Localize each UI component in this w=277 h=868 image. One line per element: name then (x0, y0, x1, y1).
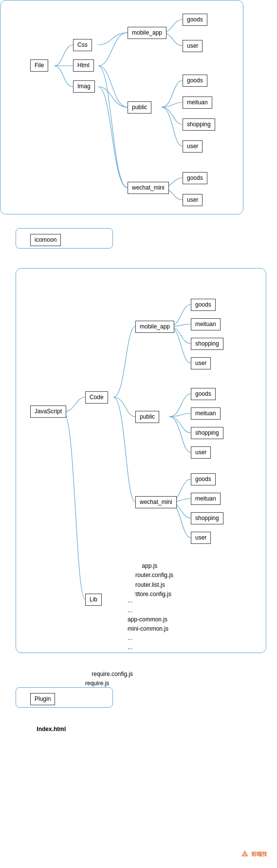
js-mobile-user-node: user (191, 357, 211, 369)
js-wechat-goods-node: goods (191, 473, 216, 485)
js-wechat-shopping-node: shopping (191, 512, 223, 524)
js-wechat-node: wechat_mini (135, 496, 177, 508)
file-public-meituan-node: meituan (183, 96, 212, 109)
file-public-goods-node: goods (183, 75, 207, 87)
js-wechat-user-node: user (191, 532, 211, 544)
file-wechat-user-node: user (183, 194, 203, 206)
file-mobile-app-node: mobile_app (128, 27, 166, 39)
watermark-text: 前端技 (251, 850, 267, 858)
js-mobile-meituan-node: meituan (191, 318, 221, 330)
js-mobile-goods-node: goods (191, 299, 216, 311)
html-node: Html (73, 59, 94, 72)
file-wechat-goods-node: goods (183, 172, 207, 184)
file-wechat-node: wechat_mini (128, 182, 169, 194)
lib-node: Lib (85, 594, 102, 606)
js-wechat-meituan-node: meituan (191, 493, 221, 505)
js-public-shopping-node: shopping (191, 427, 223, 439)
imag-node: Imag (73, 80, 95, 93)
js-public-node: public (135, 411, 159, 423)
index-html-text: Index.html (30, 715, 66, 744)
plugin-node: Plugin (30, 693, 55, 705)
js-public-user-node: user (191, 446, 211, 459)
icomoon-node: icomoon (30, 234, 61, 246)
js-mobile-shopping-node: shopping (191, 338, 223, 350)
lib-files-text: ... ... ... app-common.js mini-common.js… (128, 578, 168, 662)
file-public-user-node: user (183, 140, 203, 153)
css-node: Css (73, 39, 92, 51)
file-public-node: public (128, 101, 151, 114)
js-public-meituan-node: meituan (191, 407, 221, 420)
javascript-node: JavaScript (30, 405, 66, 418)
js-mobile-app-node: mobile_app (135, 321, 174, 333)
file-mobile-goods-node: goods (183, 14, 207, 26)
file-mobile-user-node: user (183, 40, 203, 52)
code-node: Code (85, 391, 108, 404)
file-public-shopping-node: shopping (183, 118, 215, 131)
js-public-goods-node: goods (191, 388, 216, 400)
file-node: File (30, 59, 48, 72)
